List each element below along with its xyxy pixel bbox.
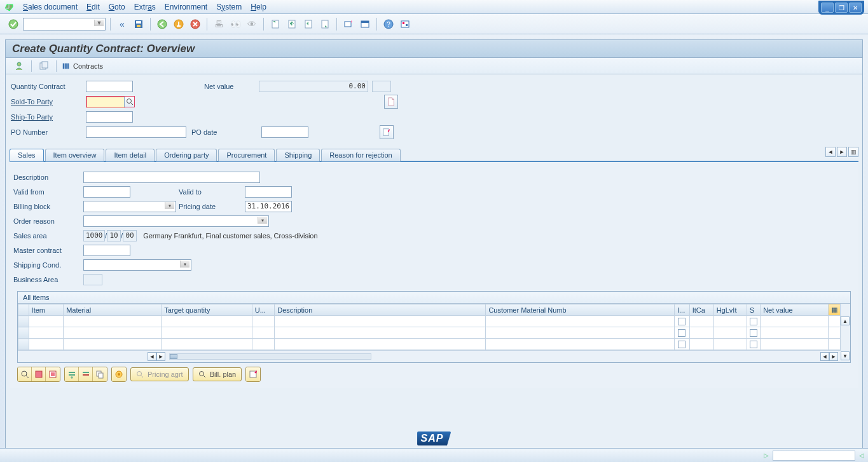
- content-area: Create Quantity Contract: Overview Contr…: [5, 39, 863, 462]
- close-window-button[interactable]: ✕: [849, 3, 862, 13]
- refresh-icon[interactable]: [246, 367, 260, 381]
- prev-page-icon[interactable]: [285, 17, 299, 31]
- tab-scroll-left-icon[interactable]: ◄: [825, 147, 836, 157]
- menu-environment[interactable]: Environment: [165, 3, 207, 11]
- po-number-field[interactable]: [86, 126, 186, 138]
- person-icon[interactable]: [12, 59, 26, 73]
- tab-sales[interactable]: Sales: [10, 149, 44, 161]
- master-contract-field[interactable]: [83, 245, 130, 256]
- select-detail-icon[interactable]: [18, 367, 32, 381]
- tab-list-icon[interactable]: ▥: [848, 147, 858, 157]
- tab-scroll-right-icon[interactable]: ►: [837, 147, 847, 157]
- last-page-icon[interactable]: [318, 17, 332, 31]
- tab-reason-rejection[interactable]: Reason for rejection: [321, 149, 400, 161]
- menu-help[interactable]: Help: [251, 3, 266, 11]
- ship-to-field[interactable]: [86, 111, 133, 123]
- col-i[interactable]: I...: [674, 304, 689, 316]
- col-netvalue[interactable]: Net value: [761, 304, 829, 316]
- customize-icon[interactable]: [398, 17, 412, 31]
- checkbox[interactable]: [750, 329, 757, 337]
- command-field[interactable]: [23, 18, 106, 31]
- contracts-button[interactable]: Contracts: [62, 62, 103, 71]
- col-hglvit[interactable]: HgLvIt: [713, 304, 747, 316]
- col-item[interactable]: Item: [29, 304, 64, 316]
- tab-shipping[interactable]: Shipping: [276, 149, 320, 161]
- dbl-arrow-left-icon[interactable]: «: [115, 17, 129, 31]
- command-field-icon[interactable]: [4, 2, 14, 12]
- tab-ordering-party[interactable]: Ordering party: [156, 149, 217, 161]
- search-help-icon[interactable]: [124, 97, 134, 107]
- new-session-icon[interactable]: [341, 17, 355, 31]
- delete-line-icon[interactable]: [79, 367, 93, 381]
- col-uom[interactable]: U...: [252, 304, 275, 316]
- checkbox[interactable]: [750, 318, 757, 325]
- shipping-cond-combo[interactable]: [83, 259, 191, 271]
- menu-extras[interactable]: Extras: [134, 3, 156, 11]
- col-material[interactable]: Material: [64, 304, 162, 316]
- scroll-left-icon[interactable]: ◄: [148, 352, 156, 361]
- col-config-icon[interactable]: ▦: [828, 304, 840, 316]
- menu-goto[interactable]: Goto: [109, 3, 125, 11]
- display-icon[interactable]: [37, 59, 51, 73]
- col-cust-material[interactable]: Customer Material Numb: [486, 304, 675, 316]
- first-page-icon[interactable]: [268, 17, 282, 31]
- document-icon-button[interactable]: [384, 95, 398, 109]
- restore-button[interactable]: ❐: [835, 3, 848, 13]
- cancel-icon[interactable]: [188, 17, 202, 31]
- status-expand-icon[interactable]: ▷: [764, 452, 769, 459]
- svg-rect-13: [361, 21, 369, 23]
- pricing-date-field[interactable]: 31.10.2016: [245, 201, 292, 212]
- back-icon[interactable]: [155, 17, 169, 31]
- tab-item-overview[interactable]: Item overview: [45, 149, 105, 161]
- insert-line-icon[interactable]: [65, 367, 79, 381]
- svg-rect-38: [99, 373, 103, 378]
- deselect-all-icon[interactable]: [46, 367, 60, 381]
- scroll-right-icon[interactable]: ►: [156, 352, 165, 361]
- quantity-contract-field[interactable]: [86, 81, 133, 92]
- layout-icon[interactable]: [358, 17, 372, 31]
- scroll-left2-icon[interactable]: ◄: [820, 352, 829, 361]
- checkbox[interactable]: [678, 318, 685, 325]
- scroll-down-icon[interactable]: ▼: [841, 351, 850, 360]
- col-description[interactable]: Description: [275, 304, 486, 316]
- select-all-icon[interactable]: [32, 367, 46, 381]
- exit-icon[interactable]: [172, 17, 186, 31]
- status-menu-icon[interactable]: ◁: [859, 452, 864, 459]
- checkbox[interactable]: [678, 329, 685, 337]
- table-row[interactable]: [18, 327, 841, 339]
- col-target-qty[interactable]: Target quantity: [162, 304, 252, 316]
- checkbox[interactable]: [750, 341, 757, 348]
- scroll-right2-icon[interactable]: ►: [829, 352, 838, 361]
- sold-to-label[interactable]: Sold-To Party: [11, 98, 82, 105]
- row-selector-header[interactable]: [18, 304, 29, 316]
- scroll-track[interactable]: [169, 353, 371, 360]
- tab-item-detail[interactable]: Item detail: [106, 149, 155, 161]
- enter-button[interactable]: [6, 17, 20, 31]
- conditions-icon[interactable]: [112, 367, 126, 381]
- billing-block-combo[interactable]: [83, 201, 176, 212]
- save-icon[interactable]: [132, 17, 146, 31]
- table-row[interactable]: [18, 316, 841, 327]
- menu-edit[interactable]: Edit: [86, 3, 100, 11]
- tab-procurement[interactable]: Procurement: [218, 149, 275, 161]
- description-field[interactable]: [83, 172, 260, 183]
- minimize-button[interactable]: _: [821, 3, 834, 13]
- bill-plan-button[interactable]: Bill. plan: [193, 367, 242, 381]
- order-reason-combo[interactable]: [83, 215, 269, 227]
- help-icon[interactable]: ?: [382, 17, 396, 31]
- change-history-icon[interactable]: [380, 125, 394, 139]
- col-itca[interactable]: ItCa: [689, 304, 713, 316]
- menu-sales-document[interactable]: SSales documentales document: [23, 3, 78, 11]
- menu-system[interactable]: System: [216, 3, 242, 11]
- checkbox[interactable]: [678, 341, 685, 348]
- valid-to-field[interactable]: [245, 186, 292, 198]
- sold-to-field[interactable]: [86, 97, 125, 108]
- table-row[interactable]: [18, 339, 841, 350]
- next-page-icon[interactable]: [301, 17, 315, 31]
- ship-to-label[interactable]: Ship-To Party: [11, 113, 82, 121]
- scroll-up-icon[interactable]: ▲: [841, 316, 850, 325]
- col-s[interactable]: S: [747, 304, 760, 316]
- valid-from-field[interactable]: [83, 186, 130, 198]
- copy-line-icon[interactable]: [93, 367, 107, 381]
- po-date-field[interactable]: [261, 126, 308, 138]
